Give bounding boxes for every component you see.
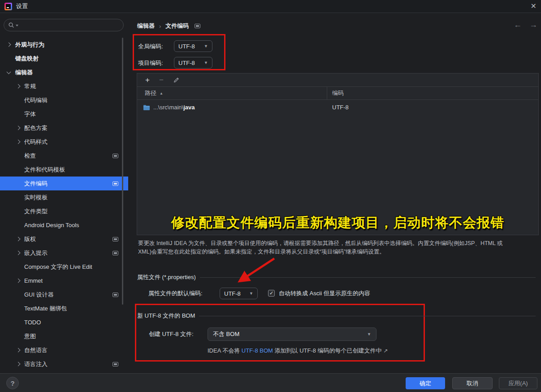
forward-arrow-icon[interactable]: →	[529, 20, 537, 30]
chevron-right-icon[interactable]	[16, 126, 21, 130]
sidebar-scrollbar[interactable]	[122, 38, 123, 305]
sidebar-item-label: 语言注入	[24, 360, 48, 368]
sidebar-item-label: 实时模板	[24, 194, 48, 202]
per-monitor-settings-icon	[113, 181, 118, 186]
properties-default-encoding-label: 属性文件的默认编码:	[148, 288, 203, 299]
sidebar-item[interactable]: 版权	[0, 232, 128, 246]
row-encoding-value[interactable]: UTF-8	[332, 104, 349, 111]
bom-link[interactable]: UTF-8 BOM	[242, 347, 273, 354]
sidebar-item[interactable]: TextMate 捆绑包	[0, 302, 128, 315]
bom-section-header: 新 UTF-8 文件的 BOM	[137, 312, 536, 320]
sidebar-item[interactable]: Compose 文字的 Live Edit	[0, 260, 128, 274]
edit-pencil-icon[interactable]	[173, 77, 180, 83]
section-divider-line	[199, 316, 536, 316]
sidebar-item[interactable]: 编辑器	[0, 65, 128, 79]
sidebar-item-label: 文件和代码模板	[24, 166, 65, 174]
chevron-right-icon[interactable]	[16, 237, 21, 241]
sidebar-item[interactable]: Android Design Tools	[0, 218, 128, 232]
sidebar-item[interactable]: 自然语言	[0, 343, 128, 357]
sidebar-item[interactable]: 嵌入提示	[0, 246, 128, 260]
bom-dropdown[interactable]: 不含 BOM ▼	[208, 327, 377, 341]
column-header-path-label: 路径	[145, 89, 156, 97]
path-prefix: ...\src\main\	[153, 104, 183, 111]
search-input[interactable]	[19, 22, 119, 29]
sidebar-item-label: 键盘映射	[15, 55, 39, 63]
chevron-right-icon[interactable]	[16, 84, 21, 89]
sidebar-item[interactable]: 外观与行为	[0, 38, 128, 52]
sidebar-item[interactable]: 实时模板	[0, 190, 128, 204]
external-link-icon[interactable]: ↗	[384, 348, 388, 354]
search-filter-caret-icon[interactable]	[16, 25, 18, 26]
properties-encoding-dropdown[interactable]: UTF-8 ▼	[220, 288, 258, 299]
chevron-right-icon[interactable]	[16, 140, 21, 144]
sidebar-item-label: 文件编码	[24, 180, 48, 188]
back-arrow-icon[interactable]: ←	[514, 20, 522, 30]
bom-note: IDEA 不会将 UTF-8 BOM 添加到以 UTF-8 编码的每个已创建文件…	[208, 347, 388, 355]
sidebar-item-label: 文件类型	[24, 207, 48, 215]
sidebar-item-label: 代码编辑	[24, 96, 48, 104]
table-body: ...\src\main\javaUTF-8	[137, 100, 538, 115]
sidebar-item-label: Android Design Tools	[24, 222, 79, 228]
properties-section-header: 属性文件 (*.properties)	[137, 273, 536, 281]
chevron-right-icon[interactable]	[7, 43, 11, 47]
sidebar-item[interactable]: 文件和代码模板	[0, 163, 128, 177]
sidebar-item[interactable]: 检查	[0, 149, 128, 163]
sidebar-item-label: 版权	[24, 235, 36, 243]
help-button[interactable]: ?	[6, 377, 19, 389]
sidebar-item-label: TODO	[24, 319, 41, 326]
sidebar-item[interactable]: 常规	[0, 79, 128, 93]
column-divider[interactable]	[327, 87, 327, 99]
sidebar-item[interactable]: 字体	[0, 107, 128, 121]
apply-button[interactable]: 应用(A)	[499, 377, 537, 389]
chevron-right-icon[interactable]	[16, 279, 21, 283]
add-path-button[interactable]: +	[145, 76, 150, 84]
table-row[interactable]: ...\src\main\javaUTF-8	[137, 100, 538, 115]
bom-dropdown-value: 不含 BOM	[213, 330, 239, 338]
settings-tree: 外观与行为键盘映射编辑器常规代码编辑字体配色方案代码样式检查文件和代码模板文件编…	[0, 38, 128, 371]
chevron-right-icon[interactable]	[16, 348, 21, 353]
sidebar-item[interactable]: 键盘映射	[0, 52, 128, 65]
per-monitor-settings-icon	[113, 154, 118, 158]
sidebar-item[interactable]: TODO	[0, 315, 128, 329]
transliterate-ascii-label: 自动转换成 Ascii 但显示原生的内容	[279, 288, 370, 299]
column-header-encoding[interactable]: 编码	[332, 89, 344, 97]
sidebar-item[interactable]: 配色方案	[0, 121, 128, 135]
folder-icon	[143, 104, 150, 111]
remove-path-button[interactable]: −	[159, 76, 164, 84]
breadcrumb-current: 文件编码	[165, 22, 189, 30]
chevron-down-icon[interactable]	[7, 69, 11, 74]
ok-button[interactable]: 确定	[406, 377, 445, 389]
sidebar-item[interactable]: Emmet	[0, 274, 128, 288]
settings-search-box[interactable]	[4, 19, 124, 31]
intellij-logo-icon	[4, 3, 12, 10]
description-line-2: XML)会重写您在此处指定的编码。如果未指定，文件和目录将从父目录或“项目编码”…	[138, 248, 537, 256]
encoding-description: 要更改 IntelliJ IDEA 为文件、目录或整个项目使用的编码，请根据需要…	[138, 239, 537, 256]
chevron-down-icon: ▼	[249, 291, 253, 296]
transliterate-ascii-checkbox[interactable]: ✓	[268, 290, 275, 297]
chevron-down-icon: ▼	[367, 332, 371, 336]
close-icon[interactable]: ✕	[531, 3, 537, 10]
breadcrumb-parent[interactable]: 编辑器	[137, 22, 155, 30]
sidebar-item[interactable]: 意图	[0, 329, 128, 343]
chevron-right-icon[interactable]	[16, 362, 21, 366]
column-header-path[interactable]: 路径 ▲	[137, 89, 163, 97]
breadcrumb: 编辑器 › 文件编码	[137, 22, 200, 30]
sidebar-item[interactable]: 语言注入	[0, 357, 128, 371]
cancel-button[interactable]: 取消	[452, 377, 493, 389]
sidebar-item-label: 外观与行为	[15, 41, 44, 49]
sidebar-item[interactable]: GUI 设计器	[0, 288, 128, 302]
global-encoding-label: 全局编码:	[138, 41, 163, 52]
sidebar-item[interactable]: 代码样式	[0, 135, 128, 149]
sidebar-item[interactable]: 文件类型	[0, 204, 128, 218]
sidebar-item[interactable]: 文件编码	[0, 177, 128, 190]
global-encoding-value: UTF-8	[178, 43, 195, 50]
annotation-banner-text: 修改配置文件编码后重新构建项目，启动时将不会报错	[137, 214, 538, 232]
breadcrumb-separator: ›	[159, 23, 161, 30]
project-encoding-dropdown[interactable]: UTF-8 ▼	[174, 57, 212, 69]
global-encoding-dropdown[interactable]: UTF-8 ▼	[174, 40, 212, 52]
chevron-right-icon[interactable]	[16, 251, 21, 255]
sidebar-item[interactable]: 代码编辑	[0, 93, 128, 107]
per-monitor-settings-icon	[195, 24, 200, 28]
sidebar-item-label: 嵌入提示	[24, 249, 48, 257]
sidebar-item-label: 常规	[24, 82, 36, 90]
